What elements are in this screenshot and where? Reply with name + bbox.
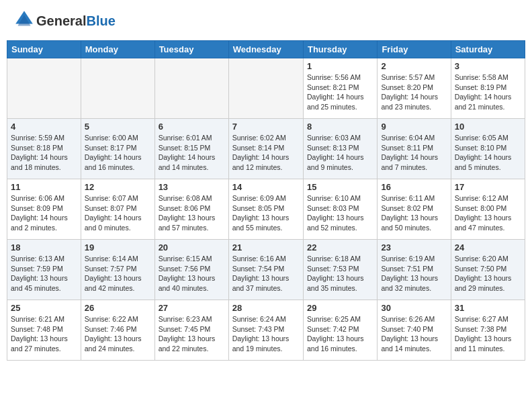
day-number: 8 bbox=[307, 122, 373, 132]
logo-icon bbox=[13, 9, 35, 30]
weekday-header-saturday: Saturday bbox=[451, 41, 525, 58]
calendar-cell bbox=[228, 58, 303, 119]
calendar-cell: 10Sunrise: 6:05 AM Sunset: 8:10 PM Dayli… bbox=[451, 119, 525, 179]
day-number: 13 bbox=[159, 182, 225, 192]
day-info: Sunrise: 6:07 AM Sunset: 8:07 PM Dayligh… bbox=[85, 193, 151, 233]
calendar-cell: 15Sunrise: 6:10 AM Sunset: 8:03 PM Dayli… bbox=[303, 179, 377, 240]
calendar-cell: 19Sunrise: 6:14 AM Sunset: 7:57 PM Dayli… bbox=[81, 240, 154, 300]
logo-text: GeneralBlue bbox=[36, 13, 116, 28]
calendar-cell: 14Sunrise: 6:09 AM Sunset: 8:05 PM Dayli… bbox=[228, 179, 303, 240]
day-number: 20 bbox=[159, 242, 225, 253]
day-info: Sunrise: 6:18 AM Sunset: 7:53 PM Dayligh… bbox=[307, 254, 373, 293]
day-info: Sunrise: 6:04 AM Sunset: 8:11 PM Dayligh… bbox=[381, 133, 447, 173]
day-number: 5 bbox=[85, 122, 151, 132]
day-number: 11 bbox=[11, 182, 77, 192]
day-info: Sunrise: 6:13 AM Sunset: 7:59 PM Dayligh… bbox=[11, 254, 77, 293]
calendar-cell: 4Sunrise: 5:59 AM Sunset: 8:18 PM Daylig… bbox=[7, 119, 81, 179]
day-number: 4 bbox=[11, 122, 77, 132]
calendar-cell: 13Sunrise: 6:08 AM Sunset: 8:06 PM Dayli… bbox=[154, 179, 228, 240]
logo: GeneralBlue bbox=[13, 10, 116, 32]
calendar-cell: 28Sunrise: 6:24 AM Sunset: 7:43 PM Dayli… bbox=[228, 300, 303, 361]
calendar-cell: 16Sunrise: 6:11 AM Sunset: 8:02 PM Dayli… bbox=[378, 179, 451, 240]
calendar-cell: 23Sunrise: 6:19 AM Sunset: 7:51 PM Dayli… bbox=[378, 240, 451, 300]
calendar-cell: 18Sunrise: 6:13 AM Sunset: 7:59 PM Dayli… bbox=[7, 240, 81, 300]
calendar-cell bbox=[154, 58, 228, 119]
day-number: 9 bbox=[381, 122, 447, 132]
calendar-cell: 24Sunrise: 6:20 AM Sunset: 7:50 PM Dayli… bbox=[451, 240, 525, 300]
day-info: Sunrise: 6:05 AM Sunset: 8:10 PM Dayligh… bbox=[455, 133, 521, 173]
day-number: 10 bbox=[455, 122, 521, 132]
calendar-cell: 12Sunrise: 6:07 AM Sunset: 8:07 PM Dayli… bbox=[81, 179, 154, 240]
calendar-cell bbox=[7, 58, 81, 119]
day-number: 25 bbox=[11, 303, 77, 313]
day-info: Sunrise: 6:06 AM Sunset: 8:09 PM Dayligh… bbox=[11, 193, 77, 233]
calendar-cell: 2Sunrise: 5:57 AM Sunset: 8:20 PM Daylig… bbox=[378, 58, 451, 119]
calendar-cell: 17Sunrise: 6:12 AM Sunset: 8:00 PM Dayli… bbox=[451, 179, 525, 240]
day-number: 19 bbox=[85, 242, 151, 253]
calendar-week-row: 4Sunrise: 5:59 AM Sunset: 8:18 PM Daylig… bbox=[7, 119, 525, 179]
calendar-week-row: 25Sunrise: 6:21 AM Sunset: 7:48 PM Dayli… bbox=[7, 300, 525, 361]
calendar-cell: 31Sunrise: 6:27 AM Sunset: 7:38 PM Dayli… bbox=[451, 300, 525, 361]
day-number: 12 bbox=[85, 182, 151, 192]
calendar-cell: 6Sunrise: 6:01 AM Sunset: 8:15 PM Daylig… bbox=[154, 119, 228, 179]
day-number: 6 bbox=[159, 122, 225, 132]
day-info: Sunrise: 6:12 AM Sunset: 8:00 PM Dayligh… bbox=[455, 193, 521, 233]
day-number: 1 bbox=[307, 61, 373, 71]
day-info: Sunrise: 6:10 AM Sunset: 8:03 PM Dayligh… bbox=[307, 193, 373, 233]
calendar-cell: 29Sunrise: 6:25 AM Sunset: 7:42 PM Dayli… bbox=[303, 300, 377, 361]
day-number: 31 bbox=[455, 303, 521, 313]
calendar-week-row: 1Sunrise: 5:56 AM Sunset: 8:21 PM Daylig… bbox=[7, 58, 525, 119]
day-number: 21 bbox=[232, 242, 300, 253]
day-info: Sunrise: 6:25 AM Sunset: 7:42 PM Dayligh… bbox=[307, 314, 373, 354]
weekday-header-sunday: Sunday bbox=[7, 41, 81, 58]
weekday-header-thursday: Thursday bbox=[303, 41, 377, 58]
day-number: 16 bbox=[381, 182, 447, 192]
day-info: Sunrise: 6:11 AM Sunset: 8:02 PM Dayligh… bbox=[381, 193, 447, 233]
day-info: Sunrise: 6:20 AM Sunset: 7:50 PM Dayligh… bbox=[455, 254, 521, 293]
day-info: Sunrise: 6:00 AM Sunset: 8:17 PM Dayligh… bbox=[85, 133, 151, 173]
day-info: Sunrise: 6:27 AM Sunset: 7:38 PM Dayligh… bbox=[455, 314, 521, 354]
day-info: Sunrise: 6:03 AM Sunset: 8:13 PM Dayligh… bbox=[307, 133, 373, 173]
calendar-cell: 25Sunrise: 6:21 AM Sunset: 7:48 PM Dayli… bbox=[7, 300, 81, 361]
day-number: 27 bbox=[159, 303, 225, 313]
day-number: 30 bbox=[381, 303, 447, 313]
calendar-cell: 7Sunrise: 6:02 AM Sunset: 8:14 PM Daylig… bbox=[228, 119, 303, 179]
day-number: 29 bbox=[307, 303, 373, 313]
day-info: Sunrise: 6:19 AM Sunset: 7:51 PM Dayligh… bbox=[381, 254, 447, 293]
day-info: Sunrise: 5:59 AM Sunset: 8:18 PM Dayligh… bbox=[11, 133, 77, 173]
day-number: 17 bbox=[455, 182, 521, 192]
day-info: Sunrise: 6:22 AM Sunset: 7:46 PM Dayligh… bbox=[85, 314, 151, 354]
weekday-header-row: SundayMondayTuesdayWednesdayThursdayFrid… bbox=[7, 41, 525, 58]
day-info: Sunrise: 6:01 AM Sunset: 8:15 PM Dayligh… bbox=[159, 133, 225, 173]
day-info: Sunrise: 6:02 AM Sunset: 8:14 PM Dayligh… bbox=[232, 133, 300, 173]
day-info: Sunrise: 5:57 AM Sunset: 8:20 PM Dayligh… bbox=[381, 73, 447, 112]
calendar-cell: 5Sunrise: 6:00 AM Sunset: 8:17 PM Daylig… bbox=[81, 119, 154, 179]
day-number: 18 bbox=[11, 242, 77, 253]
weekday-header-tuesday: Tuesday bbox=[154, 41, 228, 58]
day-info: Sunrise: 6:15 AM Sunset: 7:56 PM Dayligh… bbox=[159, 254, 225, 293]
calendar-cell bbox=[81, 58, 154, 119]
calendar-cell: 22Sunrise: 6:18 AM Sunset: 7:53 PM Dayli… bbox=[303, 240, 377, 300]
day-info: Sunrise: 6:08 AM Sunset: 8:06 PM Dayligh… bbox=[159, 193, 225, 233]
calendar-cell: 21Sunrise: 6:16 AM Sunset: 7:54 PM Dayli… bbox=[228, 240, 303, 300]
weekday-header-friday: Friday bbox=[378, 41, 451, 58]
day-info: Sunrise: 6:23 AM Sunset: 7:45 PM Dayligh… bbox=[159, 314, 225, 354]
day-number: 24 bbox=[455, 242, 521, 253]
day-info: Sunrise: 6:14 AM Sunset: 7:57 PM Dayligh… bbox=[85, 254, 151, 293]
day-number: 22 bbox=[307, 242, 373, 253]
day-number: 28 bbox=[232, 303, 300, 313]
calendar-cell: 30Sunrise: 6:26 AM Sunset: 7:40 PM Dayli… bbox=[378, 300, 451, 361]
day-info: Sunrise: 5:58 AM Sunset: 8:19 PM Dayligh… bbox=[455, 73, 521, 112]
day-number: 15 bbox=[307, 182, 373, 192]
calendar-cell: 20Sunrise: 6:15 AM Sunset: 7:56 PM Dayli… bbox=[154, 240, 228, 300]
day-info: Sunrise: 6:24 AM Sunset: 7:43 PM Dayligh… bbox=[232, 314, 300, 354]
weekday-header-monday: Monday bbox=[81, 41, 154, 58]
day-number: 3 bbox=[455, 61, 521, 71]
calendar-table: SundayMondayTuesdayWednesdayThursdayFrid… bbox=[7, 40, 525, 361]
day-info: Sunrise: 6:09 AM Sunset: 8:05 PM Dayligh… bbox=[232, 193, 300, 233]
calendar-cell: 27Sunrise: 6:23 AM Sunset: 7:45 PM Dayli… bbox=[154, 300, 228, 361]
day-number: 26 bbox=[85, 303, 151, 313]
day-info: Sunrise: 6:16 AM Sunset: 7:54 PM Dayligh… bbox=[232, 254, 300, 293]
calendar-cell: 11Sunrise: 6:06 AM Sunset: 8:09 PM Dayli… bbox=[7, 179, 81, 240]
day-number: 23 bbox=[381, 242, 447, 253]
